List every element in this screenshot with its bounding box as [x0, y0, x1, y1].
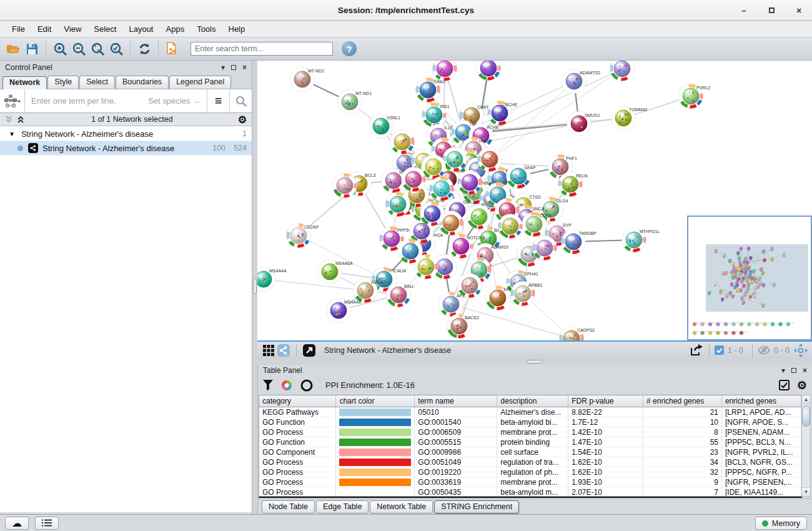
- splitter-handle[interactable]: [527, 360, 543, 364]
- horizontal-splitter[interactable]: [257, 359, 812, 365]
- network-node[interactable]: MS4A6A: [318, 260, 353, 284]
- table-row[interactable]: GO ProcessGO:0033619membrane prot...1.93…: [259, 477, 801, 487]
- export-network-button[interactable]: [689, 343, 704, 358]
- menu-view[interactable]: View: [58, 22, 87, 36]
- network-node[interactable]: CD2AP: [287, 224, 319, 248]
- refresh-button[interactable]: [135, 39, 154, 58]
- network-node[interactable]: [333, 174, 357, 198]
- splitter-handle[interactable]: [253, 278, 257, 294]
- maximize-button[interactable]: [765, 4, 778, 17]
- table-row[interactable]: GO FunctionGO:0001540beta-amyloid bi...1…: [259, 417, 801, 427]
- vertical-splitter[interactable]: [252, 61, 257, 514]
- network-node[interactable]: BCHE: [488, 101, 518, 126]
- network-node[interactable]: BIN1: [387, 283, 414, 307]
- zoom-selected-button[interactable]: [107, 39, 126, 58]
- menu-help[interactable]: Help: [223, 22, 251, 36]
- task-history-button[interactable]: [35, 517, 59, 530]
- tab-style[interactable]: Style: [47, 76, 79, 89]
- tab-edge-table[interactable]: Edge Table: [316, 500, 369, 514]
- network-node[interactable]: [433, 61, 457, 81]
- network-node[interactable]: IRS1: [422, 103, 450, 127]
- column-header-enriched-genes[interactable]: enriched genes: [722, 395, 801, 407]
- table-row[interactable]: GO ProcessGO:0019220regulation of ph...1…: [259, 467, 801, 477]
- network-tree-row[interactable]: String Network - Alzheimer's disease1005…: [0, 141, 252, 156]
- network-options-gear-icon[interactable]: ⚙: [238, 114, 247, 126]
- network-view[interactable]: MT-ND2MT-ND1VSNL1GAB2ADAMTS2PVRL2TOMM40S…: [257, 61, 812, 340]
- network-node[interactable]: MS4A4E: [327, 299, 362, 323]
- network-node[interactable]: [420, 202, 445, 226]
- network-node[interactable]: TOMM40: [611, 106, 648, 131]
- share-network-button[interactable]: [276, 343, 291, 358]
- network-node[interactable]: GAB2: [416, 78, 445, 102]
- zoom-out-button[interactable]: [69, 39, 88, 58]
- float-panel-icon[interactable]: [791, 368, 796, 373]
- tree-expand-caret[interactable]: ▼: [9, 131, 15, 137]
- network-node[interactable]: APBB1: [511, 282, 543, 306]
- network-tree-row[interactable]: ▼String Network - Alzheimer's disease1: [0, 127, 252, 141]
- network-node[interactable]: [390, 130, 415, 154]
- panel-menu-caret-icon[interactable]: ▾: [221, 63, 225, 72]
- scroll-up-arrow[interactable]: ▲: [802, 395, 810, 404]
- panel-menu-caret-icon[interactable]: ▾: [781, 366, 785, 375]
- tab-boundaries[interactable]: Boundaries: [116, 76, 169, 89]
- column-header-category[interactable]: category: [259, 395, 336, 407]
- network-node[interactable]: CADPS2: [560, 327, 595, 341]
- expand-all-icon[interactable]: [17, 116, 26, 124]
- string-logo-dropdown[interactable]: STRING: [0, 89, 25, 112]
- network-node[interactable]: [610, 61, 635, 81]
- select-columns-icon[interactable]: [779, 380, 790, 390]
- table-row[interactable]: KEGG Pathways05010Alzheimer's dise...8.8…: [259, 407, 801, 417]
- network-node[interactable]: [467, 205, 492, 229]
- menu-edit[interactable]: Edit: [32, 22, 57, 36]
- grid-view-button[interactable]: [261, 343, 276, 358]
- network-from-clipboard-button[interactable]: [163, 39, 182, 58]
- close-panel-icon[interactable]: ×: [803, 366, 807, 375]
- menu-select[interactable]: Select: [88, 22, 122, 36]
- table-settings-gear-icon[interactable]: ⚙: [797, 379, 807, 392]
- scroll-down-arrow[interactable]: ▼: [802, 487, 810, 496]
- ring-chart-icon[interactable]: [300, 379, 313, 392]
- column-header-description[interactable]: description: [497, 395, 568, 407]
- tab-string-enrichment[interactable]: STRING Enrichment: [434, 500, 519, 514]
- table-row[interactable]: GO ProcessGO:0006509membrane prot...1.42…: [259, 427, 801, 437]
- close-button[interactable]: ×: [792, 4, 806, 17]
- save-session-button[interactable]: [22, 39, 41, 58]
- birdseye-minimap[interactable]: [687, 216, 812, 340]
- zoom-fit-button[interactable]: [88, 39, 107, 58]
- table-vertical-scrollbar[interactable]: ▲ ▼: [801, 395, 811, 497]
- tab-network[interactable]: Network: [2, 76, 47, 89]
- float-panel-icon[interactable]: [231, 65, 236, 70]
- network-node[interactable]: [458, 171, 482, 195]
- menu-apps[interactable]: Apps: [161, 22, 191, 36]
- network-node[interactable]: [458, 274, 482, 298]
- network-node[interactable]: MT-ND1: [338, 90, 372, 114]
- string-search-button[interactable]: [229, 89, 252, 112]
- string-options-button[interactable]: ≡: [207, 89, 229, 112]
- memory-button[interactable]: Memory: [755, 517, 807, 530]
- network-node[interactable]: GFAP: [507, 164, 537, 189]
- network-node[interactable]: [402, 167, 426, 192]
- network-node[interactable]: [477, 61, 501, 81]
- table-row[interactable]: GO ProcessGO:0051049regulation of tra...…: [259, 457, 801, 467]
- network-node[interactable]: [399, 239, 423, 264]
- menu-tools[interactable]: Tools: [191, 22, 221, 36]
- cloud-tasks-button[interactable]: ☁: [5, 517, 29, 530]
- search-input[interactable]: [191, 42, 333, 56]
- open-in-window-button[interactable]: [302, 343, 317, 358]
- collapse-all-icon[interactable]: [5, 116, 14, 124]
- menu-file[interactable]: File: [6, 22, 31, 36]
- network-node[interactable]: PVRL2: [679, 84, 711, 109]
- table-row[interactable]: GO FunctionGO:0005515protein binding1.47…: [259, 437, 801, 447]
- network-node[interactable]: [430, 177, 454, 201]
- menu-layout[interactable]: Layout: [123, 22, 159, 36]
- network-node[interactable]: RELN: [558, 172, 588, 197]
- table-row[interactable]: GO ComponentGO:0009986cell surface1.54E-…: [259, 447, 801, 457]
- minimize-button[interactable]: –: [737, 4, 751, 17]
- open-session-button[interactable]: [4, 39, 22, 58]
- network-node[interactable]: [443, 147, 467, 172]
- string-query-input[interactable]: Enter one term per line. Set species →: [25, 96, 207, 106]
- network-node[interactable]: MS4A4A: [257, 267, 287, 292]
- tab-network-table[interactable]: Network Table: [370, 500, 433, 514]
- network-node[interactable]: [386, 192, 410, 217]
- zoom-in-button[interactable]: [51, 39, 69, 58]
